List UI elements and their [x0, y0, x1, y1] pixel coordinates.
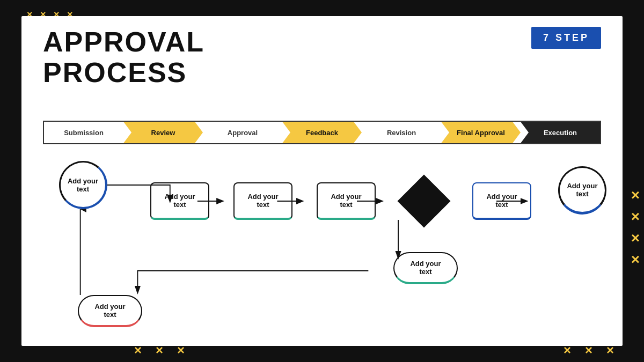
title-line2: PROCESS — [43, 57, 187, 88]
step-submission: Submission — [44, 122, 123, 143]
step-badge: 7 STEP — [531, 27, 601, 49]
node-final-approval: Add your text — [472, 182, 531, 220]
node-submission-label: Add your text — [68, 177, 98, 193]
deco-x-right-1: × — [631, 188, 640, 203]
node-feedback-label: Add your text — [331, 193, 361, 209]
page-title: APPROVAL PROCESS — [43, 27, 204, 88]
node-diamond — [405, 182, 443, 220]
node-revision-label: Add your text — [410, 260, 441, 276]
node-resubmit: Add your text — [78, 295, 142, 327]
deco-x-right-2: × — [631, 209, 640, 224]
node-feedback: Add your text — [317, 182, 376, 220]
deco-x-right-4: × — [631, 252, 640, 267]
node-resubmit-label: Add your text — [94, 302, 125, 319]
node-approval: Add your text — [233, 182, 292, 220]
node-execution-label: Add your text — [567, 182, 597, 198]
step-review: Review — [123, 122, 203, 143]
title-line1: APPROVAL — [43, 26, 204, 57]
node-review: Add your text — [150, 182, 209, 220]
diamond-shape — [398, 175, 451, 228]
step-final-approval: Final Approval — [441, 122, 521, 143]
node-submission: Add your text — [59, 161, 107, 209]
node-final-approval-label: Add your text — [486, 193, 517, 209]
node-revision: Add your text — [393, 252, 458, 284]
flowchart: Add your text Add your text Add your tex… — [43, 153, 601, 335]
step-execution: Execution — [521, 122, 600, 143]
node-review-label: Add your text — [164, 193, 195, 209]
node-approval-label: Add your text — [247, 193, 278, 209]
main-card: APPROVAL PROCESS 7 STEP Submission Revie… — [21, 16, 623, 346]
step-revision: Revision — [362, 122, 441, 143]
step-feedback: Feedback — [282, 122, 362, 143]
step-approval: Approval — [203, 122, 282, 143]
title-section: APPROVAL PROCESS — [43, 27, 204, 88]
node-execution: Add your text — [558, 166, 606, 215]
deco-x-right-3: × — [631, 231, 640, 246]
process-bar: Submission Review Approval Feedback Revi… — [43, 121, 601, 144]
